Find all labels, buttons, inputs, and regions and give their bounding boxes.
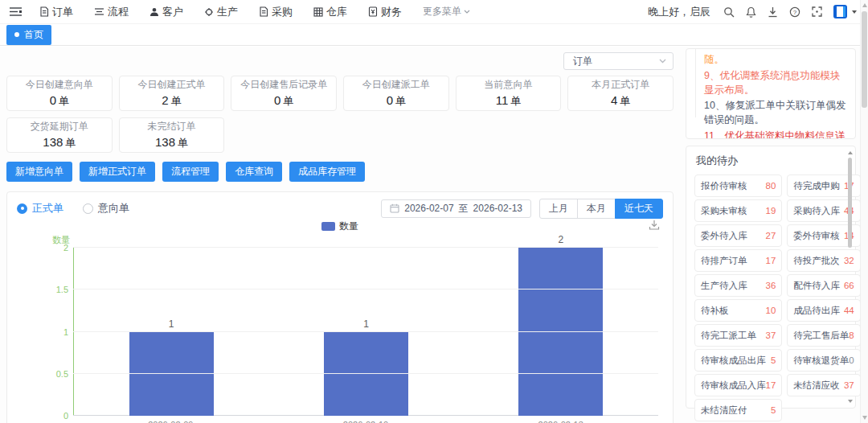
announcement-text: 9、优化调整系统消息功能模块显示布局。 [704,70,840,96]
todo-label: 待审核成品入库 [701,380,766,392]
bar-slot: 1 [74,248,268,416]
legend-label: 数量 [339,220,358,233]
scroll-thumb[interactable] [848,158,852,248]
nav-item-customers[interactable]: 客户 [149,5,183,19]
radio-intent-order[interactable]: 意向单 [83,201,129,216]
save-as-image-icon[interactable] [649,220,660,234]
nav-item-purchasing[interactable]: 采购 [259,5,293,19]
avatar-caret-icon[interactable] [852,10,857,14]
menu-toggle-icon[interactable] [10,6,22,17]
radio-formal-order[interactable]: 正式单 [17,201,63,216]
nav-item-label: 流程 [108,5,129,19]
todo-item[interactable]: 未结清应付5 [694,399,782,421]
bar[interactable]: 2 [518,248,603,416]
date-range-picker[interactable]: 2026-02-07 至 2026-02-13 [381,199,531,218]
fullscreen-icon[interactable] [812,6,822,17]
bar[interactable]: 1 [324,332,408,417]
announcement-item[interactable]: 11、优化基础资料中物料信息详情界面 [704,129,849,139]
nav-item-label: 订单 [52,5,73,19]
stat-label: 交货延期订单 [31,120,88,133]
range-button-group: 上月本月近七天 [539,199,663,219]
search-icon[interactable] [723,6,735,18]
top-navbar: 订单流程客户生产采购仓库财务 更多菜单 晚上好，启辰 ? [0,0,868,24]
todo-label: 委外待审核 [793,230,840,242]
action-button-workflow-management[interactable]: 流程管理 [162,162,219,182]
production-icon [204,7,214,17]
finance-icon [368,6,378,17]
todo-item[interactable]: 报价待审核80 [694,175,782,197]
tab-home[interactable]: 首页 [6,25,51,45]
range-button-0[interactable]: 上月 [539,199,578,219]
scroll-up-icon[interactable] [848,151,853,154]
nav-item-orders[interactable]: 订单 [39,5,73,19]
bar[interactable]: 1 [129,332,214,417]
todo-panel: 我的待办 报价待审核80待完成申购17采购未审核19采购待入库44委外待入库27… [686,146,856,409]
announcement-item[interactable]: 9、优化调整系统消息功能模块显示布局。 [704,69,849,98]
stat-card: 今日创建售后记录单0单 [231,76,337,111]
todo-item[interactable]: 生产待入库36 [694,274,782,297]
range-button-2[interactable]: 近七天 [615,199,663,219]
action-button-finished-inventory[interactable]: 成品库存管理 [289,162,365,182]
range-button-1[interactable]: 本月 [577,199,616,219]
stat-label: 今日创建售后记录单 [240,78,327,92]
todo-count: 17 [766,256,776,265]
x-axis-label: 2026-02-09 [73,416,268,423]
nav-item-warehouse[interactable]: 仓库 [313,5,347,19]
stat-card: 今日创建意向单0单 [6,76,113,111]
gridline [73,247,658,248]
todo-item[interactable]: 待审核成品出库5 [694,349,782,372]
todo-count: 10 [766,306,776,315]
announcement-item[interactable]: 10、修复派工单中关联订单偶发错误的问题。 [704,99,849,128]
todo-label: 待审核成品出库 [701,355,766,367]
stat-value: 0单 [274,93,293,109]
todo-count: 80 [766,181,776,191]
stat-label: 今日创建派工单 [362,78,430,92]
help-icon[interactable]: ? [789,6,800,18]
nav-item-workflow[interactable]: 流程 [94,5,129,19]
avatar[interactable] [833,5,847,18]
action-button-new-intent-order[interactable]: 新增意向单 [6,162,72,182]
action-button-new-formal-order[interactable]: 新增正式订单 [80,162,155,182]
stat-card: 本月正式订单4单 [567,76,674,111]
announcement-item[interactable]: 随。 [704,53,849,68]
doc-icon [259,6,268,17]
bar-value-label: 1 [129,318,214,330]
chevron-down-icon [659,59,666,64]
todo-count: 17 [766,380,776,390]
more-menu[interactable]: 更多菜单 [423,5,470,18]
nav-item-label: 财务 [381,5,402,19]
todo-scrollbar[interactable] [847,151,854,403]
greeting: 晚上好，启辰 [648,5,710,19]
bar-value-label: 2 [518,234,603,245]
page-scroll-down-icon[interactable] [862,416,867,420]
todo-item[interactable]: 待完工派工单37 [694,324,782,347]
todo-item[interactable]: 待补板10 [694,299,782,322]
page-scroll-thumb[interactable] [862,11,867,108]
todo-label: 待排产订单 [701,255,747,267]
todo-item[interactable]: 采购未审核19 [694,199,782,222]
page-scroll-up-icon[interactable] [862,3,867,7]
flow-icon [94,7,104,16]
nav-item-finance[interactable]: 财务 [368,5,402,19]
order-type-select[interactable]: 订单 [563,52,674,70]
bell-icon[interactable] [746,6,756,18]
gridline [73,373,658,374]
todo-item[interactable]: 委外待入库27 [694,224,782,247]
todo-item[interactable]: 待审核成品入库17 [694,374,782,396]
scroll-down-icon[interactable] [848,400,853,403]
todo-count: 36 [766,281,776,290]
todo-count: 27 [766,231,776,240]
todo-count: 37 [766,331,776,340]
nav-item-production[interactable]: 生产 [204,5,238,19]
page-scrollbar[interactable] [860,0,868,423]
stat-value: 4单 [611,93,630,109]
legend-item[interactable]: 数量 [321,220,358,233]
bar-value-label: 1 [324,318,408,330]
todo-label: 未结清应收 [793,380,840,392]
download-icon[interactable] [768,6,778,18]
todo-item[interactable]: 待排产订单17 [694,249,782,272]
radio-label: 正式单 [32,201,63,216]
stat-label: 本月正式订单 [592,78,649,92]
action-button-warehouse-query[interactable]: 仓库查询 [226,162,282,182]
nav-item-label: 仓库 [326,5,347,19]
